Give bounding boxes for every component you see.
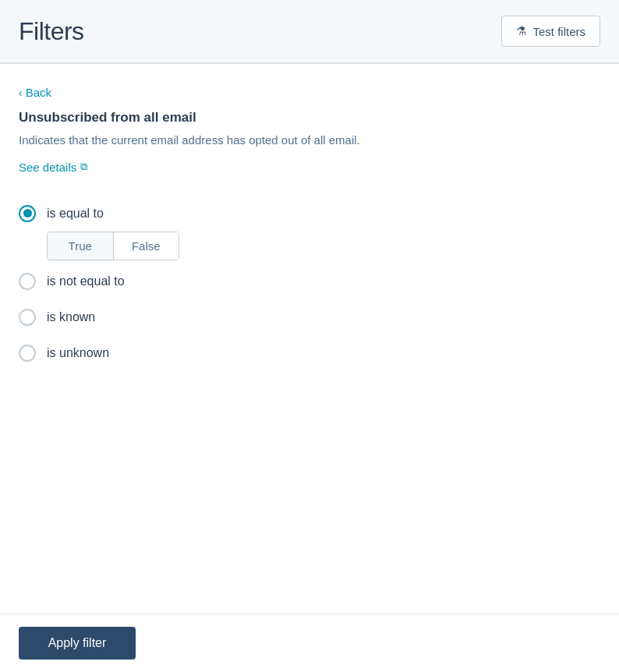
toggle-false[interactable]: False [114,232,179,260]
option-is-not-equal-to[interactable]: is not equal to [19,263,600,299]
test-filters-button[interactable]: ⚗ Test filters [501,16,600,47]
apply-filter-button[interactable]: Apply filter [19,627,136,660]
footer: Apply filter [0,614,619,672]
main-content: ‹ Back Unsubscribed from all email Indic… [0,64,619,666]
page-header: Filters ⚗ Test filters [0,0,619,64]
page-title: Filters [19,17,84,46]
filter-options: is equal to True False is not equal to i… [19,196,600,667]
filter-title: Unsubscribed from all email [19,110,600,126]
radio-is-known[interactable] [19,309,36,326]
option-label-is-not-equal-to: is not equal to [47,274,125,288]
radio-is-unknown[interactable] [19,345,36,362]
option-label-is-unknown: is unknown [47,346,109,360]
radio-inner-dot [23,209,32,218]
true-false-toggle: True False [47,232,179,260]
see-details-link[interactable]: See details ⧉ [19,161,600,174]
flask-icon: ⚗ [516,24,526,38]
radio-is-equal-to[interactable] [19,205,36,222]
option-label-is-known: is known [47,310,95,324]
external-link-icon: ⧉ [80,161,87,173]
chevron-left-icon: ‹ [19,87,23,99]
option-label-is-equal-to: is equal to [47,207,104,221]
back-link[interactable]: ‹ Back [19,86,600,99]
see-details-label: See details [19,161,76,174]
back-label: Back [26,86,51,99]
radio-is-not-equal-to[interactable] [19,273,36,290]
option-is-equal-to[interactable]: is equal to [19,196,600,232]
toggle-true[interactable]: True [48,232,114,260]
filter-description: Indicates that the current email address… [19,132,580,150]
option-is-unknown[interactable]: is unknown [19,335,600,371]
option-is-known[interactable]: is known [19,299,600,335]
test-filters-label: Test filters [532,25,585,38]
